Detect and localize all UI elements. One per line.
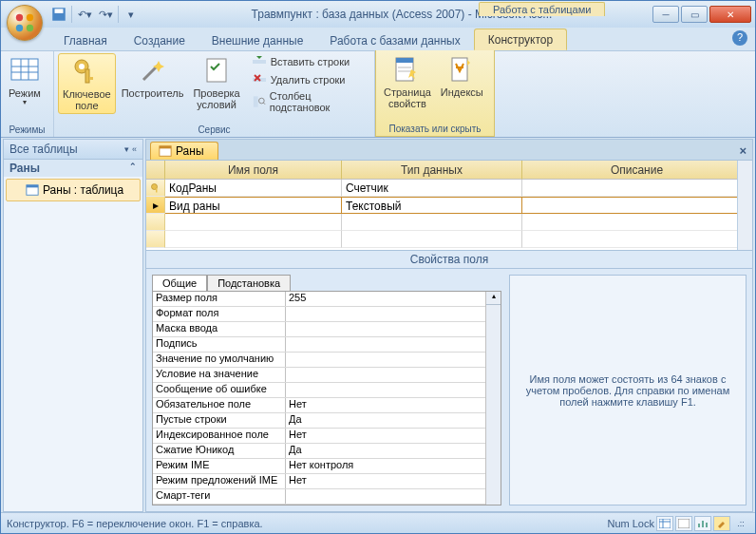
- property-name: Режим IME: [153, 459, 286, 473]
- property-scrollbar[interactable]: ▴: [485, 292, 501, 505]
- work-area: Раны × Имя поля Тип данных Описание КодР…: [145, 139, 753, 512]
- property-row[interactable]: Формат поля: [153, 307, 501, 322]
- office-button[interactable]: [7, 5, 43, 41]
- property-value[interactable]: Нет: [286, 429, 501, 443]
- view-pivotchart-icon[interactable]: [694, 516, 711, 531]
- field-name-cell[interactable]: КодРаны: [165, 180, 342, 197]
- save-icon[interactable]: [50, 6, 67, 23]
- field-type-cell[interactable]: Счетчик: [342, 180, 522, 197]
- property-row[interactable]: Режим IMEНет контроля: [153, 459, 501, 474]
- property-value[interactable]: Нет контроля: [286, 459, 501, 473]
- field-desc-cell[interactable]: [522, 197, 752, 214]
- property-row[interactable]: Маска ввода: [153, 322, 501, 337]
- primary-key-button[interactable]: Ключевое поле: [58, 53, 116, 114]
- property-row[interactable]: Индексированное полеНет: [153, 429, 501, 444]
- field-desc-cell[interactable]: [522, 180, 752, 197]
- view-pivottable-icon[interactable]: [675, 516, 692, 531]
- field-name-cell[interactable]: Вид раны: [165, 197, 342, 214]
- svg-rect-17: [253, 60, 266, 64]
- view-design-icon[interactable]: [713, 516, 730, 531]
- property-row[interactable]: Обязательное полеНет: [153, 398, 501, 413]
- insert-rows-button[interactable]: Вставить строки: [250, 53, 370, 70]
- lookup-column-button[interactable]: Столбец подстановок: [250, 89, 370, 114]
- numlock-indicator: Num Lock: [607, 518, 654, 529]
- close-tab-icon[interactable]: ×: [739, 143, 747, 158]
- document-tab[interactable]: Раны: [150, 142, 218, 160]
- svg-rect-14: [89, 77, 93, 80]
- property-value[interactable]: [286, 353, 501, 367]
- minimize-button[interactable]: ─: [652, 6, 679, 23]
- nav-item-table[interactable]: Раны : таблица: [6, 179, 141, 201]
- property-help: Имя поля может состоять из 64 знаков с у…: [509, 275, 747, 505]
- property-row[interactable]: Пустые строкиДа: [153, 413, 501, 429]
- prop-tab-general[interactable]: Общие: [152, 275, 207, 291]
- property-name: Подпись: [153, 337, 286, 352]
- view-button[interactable]: Режим▾: [5, 53, 45, 109]
- property-name: Размер поля: [153, 292, 286, 306]
- property-value[interactable]: [286, 383, 501, 397]
- svg-rect-40: [702, 521, 704, 527]
- property-value[interactable]: Да: [286, 413, 501, 428]
- qat-dropdown-icon[interactable]: ▾: [123, 6, 140, 23]
- status-menu-icon[interactable]: .::: [732, 516, 749, 531]
- property-row[interactable]: Сообщение об ошибке: [153, 383, 501, 398]
- property-value[interactable]: [286, 337, 501, 352]
- redo-icon[interactable]: ↷▾: [97, 6, 114, 23]
- builder-button[interactable]: Построитель: [118, 53, 188, 101]
- table-icon: [159, 144, 172, 158]
- property-row[interactable]: Смарт-теги: [153, 489, 501, 505]
- view-datasheet-icon[interactable]: [656, 516, 673, 531]
- property-name: Формат поля: [153, 307, 286, 321]
- ribbon-tab-create[interactable]: Создание: [121, 30, 198, 50]
- property-value[interactable]: [286, 489, 501, 504]
- maximize-button[interactable]: ▭: [681, 6, 708, 23]
- ribbon-tab-home[interactable]: Главная: [50, 30, 121, 50]
- undo-icon[interactable]: ↶▾: [76, 6, 93, 23]
- delete-rows-button[interactable]: Удалить строки: [250, 71, 370, 88]
- property-grid: Размер поля255Формат поляМаска вводаПодп…: [152, 291, 501, 505]
- property-name: Сжатие Юникод: [153, 444, 286, 458]
- nav-dropdown-icon[interactable]: ▾ «: [124, 144, 137, 154]
- property-value[interactable]: 255: [286, 292, 501, 306]
- indexes-button[interactable]: Индексы: [437, 52, 487, 100]
- field-type-cell[interactable]: Текстовый: [342, 197, 522, 214]
- field-row[interactable]: КодРаныСчетчик: [146, 180, 752, 197]
- property-row[interactable]: Размер поля255: [153, 292, 501, 307]
- close-button[interactable]: ✕: [709, 6, 751, 23]
- property-value[interactable]: Да: [286, 444, 501, 458]
- nav-header[interactable]: Все таблицы ▾ «: [4, 140, 142, 160]
- group-service: Сервис: [58, 124, 370, 137]
- property-sheet-icon: [392, 54, 423, 85]
- prop-tab-lookup[interactable]: Подстановка: [207, 275, 291, 291]
- ribbon-tab-external[interactable]: Внешние данные: [198, 30, 317, 50]
- svg-rect-5: [55, 9, 64, 13]
- field-row[interactable]: ▸Вид раныТекстовый: [146, 197, 752, 214]
- property-row[interactable]: Сжатие ЮникодДа: [153, 444, 501, 459]
- property-row[interactable]: Подпись: [153, 337, 501, 353]
- grid-scrollbar[interactable]: [737, 161, 752, 250]
- property-value[interactable]: [286, 368, 501, 382]
- col-field-name[interactable]: Имя поля: [165, 161, 342, 180]
- ribbon-tab-design[interactable]: Конструктор: [474, 29, 567, 50]
- col-data-type[interactable]: Тип данных: [342, 161, 522, 180]
- property-value[interactable]: [286, 322, 501, 336]
- property-name: Значение по умолчанию: [153, 353, 286, 367]
- nav-group[interactable]: Раны ⌃: [4, 160, 142, 177]
- property-row[interactable]: Условие на значение: [153, 368, 501, 383]
- group-views: Режимы: [5, 124, 49, 137]
- properties-title: Свойства поля: [146, 251, 752, 269]
- ribbon-tab-dbtools[interactable]: Работа с базами данных: [316, 30, 473, 50]
- property-row[interactable]: Значение по умолчанию: [153, 353, 501, 368]
- group-show-hide: Показать или скрыть: [380, 123, 490, 136]
- help-icon[interactable]: ?: [732, 30, 747, 46]
- property-name: Режим предложений IME: [153, 474, 286, 488]
- property-row[interactable]: Режим предложений IMEНет: [153, 474, 501, 489]
- test-rules-button[interactable]: Проверка условий: [189, 53, 243, 112]
- property-sheet-button[interactable]: Страница свойств: [380, 52, 435, 111]
- property-value[interactable]: Нет: [286, 398, 501, 412]
- select-all-corner[interactable]: [146, 161, 165, 180]
- property-value[interactable]: [286, 307, 501, 321]
- collapse-icon[interactable]: ⌃: [129, 162, 137, 175]
- property-value[interactable]: Нет: [286, 474, 501, 488]
- col-description[interactable]: Описание: [522, 161, 752, 180]
